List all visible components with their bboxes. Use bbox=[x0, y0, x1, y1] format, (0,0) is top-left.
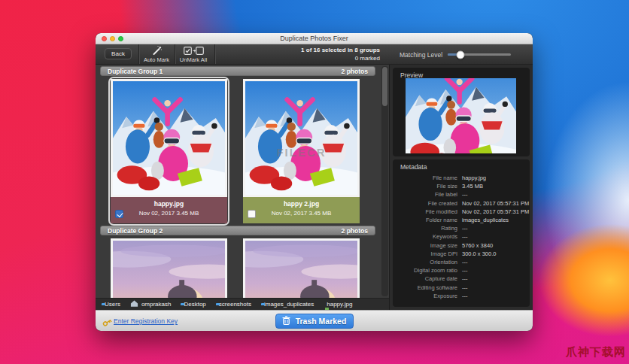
metadata-row: Folder nameimages_duplicates bbox=[393, 216, 530, 224]
site-watermark: 爪神下载网 bbox=[566, 345, 626, 359]
unmark-all-button[interactable]: UnMark All bbox=[176, 46, 211, 63]
metadata-value: --- bbox=[462, 267, 468, 274]
selection-stats: 1 of 16 selected in 8 groups 0 marked bbox=[301, 47, 380, 62]
metadata-label: Image size bbox=[393, 242, 457, 249]
photo-card[interactable] bbox=[111, 238, 227, 298]
app-window: Duplicate Photos Fixer Back Auto Mark bbox=[96, 33, 533, 331]
trash-marked-label: Trash Marked bbox=[296, 317, 347, 326]
matching-level-thumb[interactable] bbox=[456, 50, 464, 59]
content-area: Duplicate Group 1 2 photos happy.jpg Nov… bbox=[96, 65, 533, 310]
group-count: 2 photos bbox=[342, 227, 368, 235]
path-item-label: happy.jpg bbox=[327, 301, 352, 308]
metadata-title: Metadata bbox=[393, 159, 530, 171]
metadata-row: Digital zoom ratio--- bbox=[393, 266, 530, 275]
unmark-checkbox-icon bbox=[176, 46, 211, 56]
metadata-label: File label bbox=[393, 191, 457, 198]
home-icon bbox=[130, 299, 138, 309]
mark-checkbox[interactable] bbox=[248, 210, 256, 218]
duplicates-list-panel: Duplicate Group 1 2 photos happy.jpg Nov… bbox=[96, 65, 389, 310]
metadata-label: Capture date bbox=[393, 275, 457, 282]
back-button[interactable]: Back bbox=[105, 48, 132, 59]
metadata-row: Orientation--- bbox=[393, 258, 530, 266]
metadata-label: Keywords bbox=[393, 233, 457, 240]
path-item-label: images_duplicates bbox=[264, 301, 314, 308]
metadata-label: File name bbox=[393, 174, 457, 181]
metadata-label: Image DPI bbox=[393, 250, 457, 257]
photo-info: Nov 02, 2017 3.45 MB bbox=[111, 210, 227, 217]
photo-thumbnail[interactable]: FILECR bbox=[243, 79, 360, 197]
metadata-row: Capture date--- bbox=[393, 275, 530, 283]
metadata-label: Folder name bbox=[393, 217, 457, 223]
magic-wand-icon bbox=[139, 46, 174, 56]
auto-mark-button[interactable]: Auto Mark bbox=[139, 46, 174, 63]
metadata-value: 300.0 x 300.0 bbox=[462, 250, 496, 257]
metadata-value: --- bbox=[462, 284, 468, 291]
matching-level-label: Matching Level bbox=[400, 51, 442, 59]
metadata-label: Editing software bbox=[393, 284, 457, 291]
toolbar: Back Auto Mark bbox=[96, 44, 533, 65]
metadata-row: Image size5760 x 3840 bbox=[393, 241, 530, 250]
metadata-value: --- bbox=[462, 225, 468, 232]
selection-summary: 1 of 16 selected in 8 groups bbox=[301, 47, 380, 53]
metadata-label: File modified bbox=[393, 208, 457, 215]
metadata-value: --- bbox=[462, 233, 468, 240]
scrollbar[interactable] bbox=[381, 66, 388, 296]
metadata-label: Orientation bbox=[393, 259, 457, 265]
metadata-label: File size bbox=[393, 183, 457, 190]
preview-title: Preview bbox=[393, 68, 530, 79]
path-item-label: Users bbox=[105, 301, 120, 308]
preview-panel: Preview bbox=[393, 68, 530, 156]
trash-marked-button[interactable]: Trash Marked bbox=[275, 314, 354, 329]
details-panel: Preview Metadata File namehappy.jpgFile … bbox=[389, 65, 533, 310]
group-count: 2 photos bbox=[342, 68, 368, 75]
metadata-value: --- bbox=[462, 259, 468, 265]
path-item[interactable]: Desktop bbox=[181, 301, 205, 308]
duplicate-groups-scroll[interactable]: Duplicate Group 1 2 photos happy.jpg Nov… bbox=[96, 65, 389, 298]
trash-icon bbox=[282, 316, 290, 326]
metadata-row: Editing software--- bbox=[393, 283, 530, 291]
photo-thumbnail[interactable] bbox=[111, 79, 227, 197]
metadata-value: 5760 x 3840 bbox=[462, 242, 493, 249]
matching-level-slider[interactable] bbox=[448, 53, 511, 56]
photo-filename: happy 2.jpg bbox=[243, 200, 360, 208]
photo-info: Nov 02, 2017 3.45 MB bbox=[243, 210, 360, 217]
mark-checkbox[interactable] bbox=[115, 210, 123, 218]
preview-image bbox=[406, 78, 516, 153]
photo-filename: happy.jpg bbox=[111, 200, 227, 208]
photo-card[interactable] bbox=[243, 238, 360, 298]
title-bar[interactable]: Duplicate Photos Fixer bbox=[96, 33, 533, 44]
path-item[interactable]: Users bbox=[102, 301, 120, 308]
group-header: Duplicate Group 1 2 photos bbox=[100, 66, 375, 76]
group-title: Duplicate Group 1 bbox=[108, 68, 163, 75]
unmark-all-label: UnMark All bbox=[176, 56, 211, 63]
path-item[interactable]: happy.jpg bbox=[324, 301, 352, 308]
window-title: Duplicate Photos Fixer bbox=[96, 33, 533, 44]
photo-card[interactable]: happy.jpg Nov 02, 2017 3.45 MB bbox=[111, 79, 227, 223]
photo-thumbnail[interactable] bbox=[243, 238, 360, 298]
metadata-value: 3.45 MB bbox=[462, 183, 483, 190]
metadata-row: File createdNov 02, 2017 05:57:31 PM bbox=[393, 199, 530, 208]
metadata-value: --- bbox=[462, 293, 468, 299]
desktop-background: Duplicate Photos Fixer Back Auto Mark bbox=[0, 0, 629, 364]
metadata-label: Digital zoom ratio bbox=[393, 267, 457, 274]
path-item[interactable]: omprakash bbox=[130, 299, 172, 309]
metadata-rows: File namehappy.jpgFile size3.45 MBFile l… bbox=[393, 174, 530, 305]
metadata-row: File size3.45 MB bbox=[393, 182, 530, 190]
toolbar-separator bbox=[175, 44, 175, 64]
metadata-row: Rating--- bbox=[393, 224, 530, 232]
photo-watermark: FILECR bbox=[276, 145, 326, 158]
enter-registration-key-link[interactable]: Enter Registration Key bbox=[114, 317, 178, 325]
toolbar-separator bbox=[214, 44, 215, 64]
path-item-label: screenshots bbox=[219, 301, 251, 308]
path-item[interactable]: images_duplicates bbox=[261, 301, 314, 308]
metadata-row: File namehappy.jpg bbox=[393, 174, 530, 182]
scrollbar-thumb[interactable] bbox=[382, 67, 387, 106]
metadata-label: Rating bbox=[393, 225, 457, 232]
photo-card[interactable]: FILECR happy 2.jpg Nov 02, 2017 3.45 MB bbox=[243, 79, 360, 223]
path-item-label: omprakash bbox=[141, 301, 172, 308]
metadata-value: Nov 02, 2017 05:57:31 PM bbox=[462, 200, 529, 207]
photo-thumbnail[interactable] bbox=[111, 238, 227, 298]
path-item[interactable]: screenshots bbox=[216, 301, 251, 308]
group-title: Duplicate Group 2 bbox=[108, 227, 163, 235]
bottom-bar: Enter Registration Key Trash Marked bbox=[96, 310, 533, 331]
